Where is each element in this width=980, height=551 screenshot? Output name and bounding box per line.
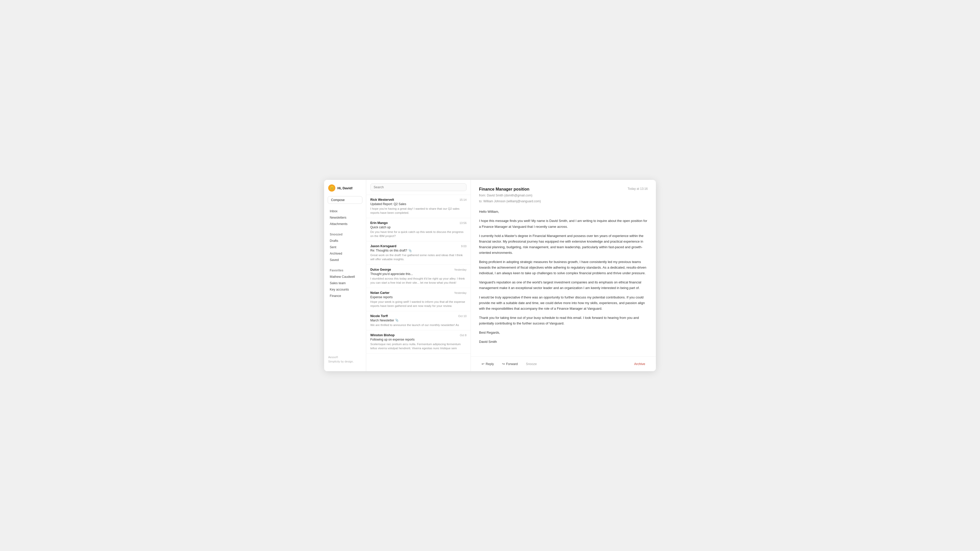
email-item-header: Nolan Carter Yesterday (370, 291, 466, 295)
sidebar-item-newsletters[interactable]: Newsletters (326, 214, 364, 221)
email-actions-bar: ↩ Reply ↪ Forward Snooze Archive (471, 356, 656, 371)
detail-date-time: Today at 13:16 (628, 187, 648, 191)
sidebar-item-saved[interactable]: Saved (326, 257, 364, 263)
app-container: 😊 Hi, David! Compose Inbox Newsletters A… (324, 180, 656, 371)
sidebar-item-archived[interactable]: Archived (326, 251, 364, 257)
email-item-header: Erin Mango 13:56 (370, 221, 466, 225)
sidebar-item-mathew[interactable]: Mathew Caudwell (326, 274, 364, 280)
sidebar-item-attachments[interactable]: Attachments (326, 221, 364, 227)
search-bar (366, 180, 471, 195)
snoozed-label: Snoozed (326, 231, 364, 238)
attachment-icon: 📎 (395, 319, 399, 322)
attachment-icon: 📎 (408, 249, 412, 252)
email-sender: Nolan Carter (370, 291, 390, 295)
sidebar-item-finance[interactable]: Finance (326, 293, 364, 299)
sidebar-item-keyaccounts[interactable]: Key accounts (326, 286, 364, 292)
brand-text: Aesso® (328, 355, 362, 359)
email-sender: Nicole Torff (370, 314, 388, 318)
sidebar-footer: Aesso® Simplicity by design. (324, 352, 366, 367)
reply-button[interactable]: ↩ Reply (478, 360, 497, 368)
email-item-header: Jaxon Korsgaard 9:03 (370, 245, 466, 248)
email-subject: Following up on expense reports (370, 338, 466, 341)
email-preview: We are thrilled to announce the launch o… (370, 323, 466, 327)
email-time: Oct 10 (458, 314, 466, 318)
email-subject: March Newsletter 📎 (370, 319, 466, 322)
sidebar-item-sales[interactable]: Sales team (326, 280, 364, 286)
email-sender: Rick Westervelt (370, 198, 394, 202)
email-detail: Finance Manager position Today at 13:16 … (471, 180, 656, 371)
nav-section: Inbox Newsletters Attachments (324, 208, 366, 229)
email-body: Hello William, I hope this message finds… (479, 209, 648, 345)
email-preview: Hope your week is going well! I wanted t… (370, 300, 466, 308)
email-subject: Expense reports (370, 295, 466, 299)
email-time: Yesterday (454, 291, 466, 294)
reply-icon: ↩ (482, 362, 484, 366)
email-item[interactable]: Jaxon Korsgaard 9:03 Re: Thoughts on thi… (366, 241, 471, 265)
email-item[interactable]: Nolan Carter Yesterday Expense reports H… (366, 288, 471, 311)
sidebar: 😊 Hi, David! Compose Inbox Newsletters A… (324, 180, 366, 371)
compose-button[interactable]: Compose (328, 196, 363, 204)
email-preview: I hope you're having a great day! I want… (370, 206, 466, 215)
email-subject: Updated Report: Q2 Sales (370, 202, 466, 206)
email-item[interactable]: Erin Mango 13:56 Quick catch up Do you h… (366, 218, 471, 241)
email-item[interactable]: Winston Bishop Oct 8 Following up on exp… (366, 330, 471, 354)
email-detail-header: Finance Manager position Today at 13:16 (479, 187, 648, 192)
favorites-label: Favorites (326, 267, 364, 273)
sidebar-item-sent[interactable]: Sent (326, 244, 364, 250)
email-item[interactable]: Dulce George Yesterday Thought you'd app… (366, 265, 471, 288)
brand-tagline: Simplicity by design. (328, 359, 362, 364)
email-subject: Quick catch up (370, 225, 466, 229)
email-time: 9:03 (461, 245, 466, 248)
email-preview: Great work on the draft! I've gathered s… (370, 253, 466, 261)
email-sender: Winston Bishop (370, 333, 395, 337)
forward-label: Forward (506, 362, 518, 366)
snoozed-section: Snoozed Drafts Sent Archived Saved (324, 229, 366, 265)
snooze-button[interactable]: Snooze (522, 360, 540, 368)
email-item-header: Rick Westervelt 15:14 (370, 198, 466, 202)
greeting-text: Hi, David! (337, 186, 353, 190)
email-time: Oct 8 (460, 333, 466, 337)
reply-label: Reply (486, 362, 494, 366)
email-item-header: Dulce George Yesterday (370, 268, 466, 272)
email-subject: Re: Thoughts on this draft? 📎 (370, 249, 466, 252)
email-item[interactable]: Nicole Torff Oct 10 March Newsletter 📎 W… (366, 311, 471, 330)
email-item[interactable]: Rick Westervelt 15:14 Updated Report: Q2… (366, 195, 471, 218)
email-time: 15:14 (460, 198, 466, 201)
avatar: 😊 (328, 184, 335, 192)
sidebar-item-drafts[interactable]: Drafts (326, 238, 364, 244)
email-list-panel: Rick Westervelt 15:14 Updated Report: Q2… (366, 180, 471, 371)
archive-button[interactable]: Archive (631, 360, 649, 368)
email-sender: Erin Mango (370, 221, 388, 225)
email-item-header: Winston Bishop Oct 8 (370, 333, 466, 337)
email-preview: I stumbled across this today and thought… (370, 276, 466, 285)
email-sender: Jaxon Korsgaard (370, 245, 396, 248)
email-item-header: Nicole Torff Oct 10 (370, 314, 466, 318)
email-sender: Dulce George (370, 268, 391, 272)
snooze-label: Snooze (526, 362, 537, 366)
brand-name: Aesso® Simplicity by design. (328, 355, 362, 364)
email-list: Rick Westervelt 15:14 Updated Report: Q2… (366, 195, 471, 371)
email-time: Yesterday (454, 268, 466, 271)
detail-from: from: David Smith (dsmith@gmail.com) (479, 193, 648, 198)
email-preview: Scelerisque nec pretium arcu nulla. Ferm… (370, 342, 466, 350)
favorites-section: Favorites Mathew Caudwell Sales team Key… (324, 265, 366, 301)
sidebar-header: 😊 Hi, David! (324, 184, 366, 196)
email-time: 13:56 (460, 221, 466, 224)
detail-subject-title: Finance Manager position (479, 187, 529, 192)
sidebar-item-inbox[interactable]: Inbox (326, 208, 364, 214)
email-subject: Thought you'd appreciate this... (370, 272, 466, 276)
detail-to: to: William Johnson (williamj@vanguard.c… (479, 199, 648, 204)
forward-button[interactable]: ↪ Forward (498, 360, 522, 368)
email-detail-content: Finance Manager position Today at 13:16 … (471, 180, 656, 356)
forward-icon: ↪ (502, 362, 505, 366)
search-input[interactable] (370, 183, 466, 191)
email-preview: Do you have time for a quick catch up th… (370, 230, 466, 238)
